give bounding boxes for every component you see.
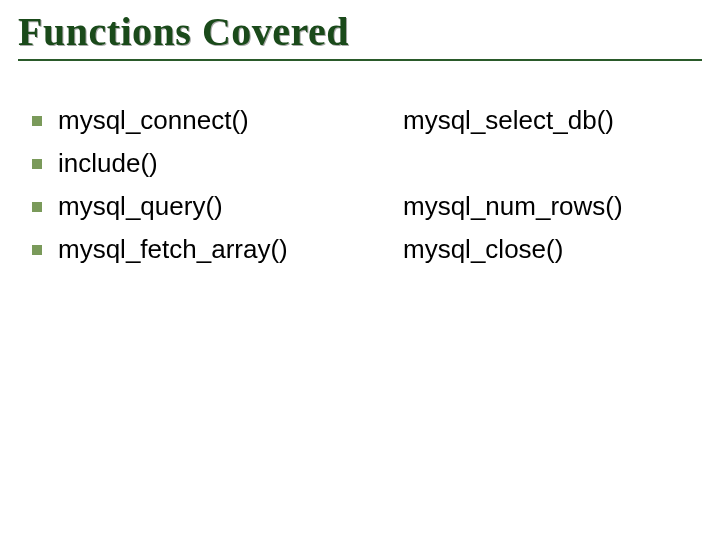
list-item: mysql_connect(): [32, 99, 377, 142]
list-item: mysql_fetch_array(): [32, 228, 377, 271]
right-column: mysql_select_db() mysql_num_rows() mysql…: [377, 99, 702, 271]
item-text: include(): [58, 148, 158, 179]
slide-title: Functions Covered: [18, 8, 702, 55]
bullet-icon: [32, 116, 42, 126]
list-item: mysql_query(): [32, 185, 377, 228]
content-area: mysql_connect() include() mysql_query() …: [18, 99, 702, 271]
bullet-icon: [32, 159, 42, 169]
item-text: mysql_close(): [403, 234, 563, 265]
item-text: mysql_query(): [58, 191, 223, 222]
item-text: mysql_num_rows(): [403, 191, 623, 222]
item-text: mysql_fetch_array(): [58, 234, 288, 265]
bullet-icon: [32, 245, 42, 255]
list-item: [377, 142, 702, 185]
item-text: mysql_select_db(): [403, 105, 614, 136]
list-item: include(): [32, 142, 377, 185]
left-column: mysql_connect() include() mysql_query() …: [32, 99, 377, 271]
list-item: mysql_select_db(): [377, 99, 702, 142]
list-item: mysql_close(): [377, 228, 702, 271]
title-container: Functions Covered: [18, 8, 702, 61]
list-item: mysql_num_rows(): [377, 185, 702, 228]
slide: Functions Covered mysql_connect() includ…: [0, 0, 720, 540]
bullet-icon: [32, 202, 42, 212]
item-text: mysql_connect(): [58, 105, 249, 136]
